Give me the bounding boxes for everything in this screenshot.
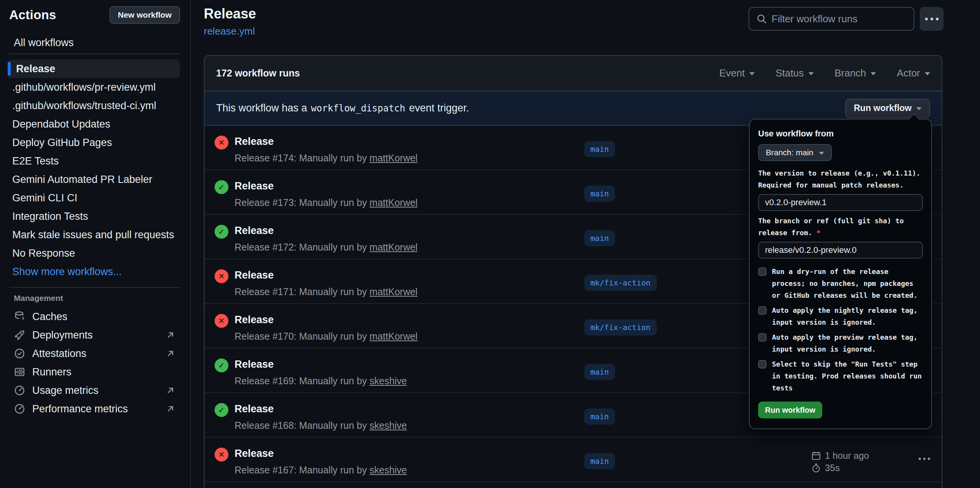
branch-label[interactable]: mk/fix-action (584, 319, 657, 335)
run-link[interactable]: Release (235, 448, 274, 460)
checkbox[interactable] (758, 333, 767, 342)
sidebar-item-workflow[interactable]: Gemini Automated PR Labeler (8, 170, 180, 189)
use-workflow-from-label: Use workflow from (758, 129, 923, 139)
actor-link[interactable]: skeshive (370, 420, 407, 431)
run-link[interactable]: Release (235, 359, 274, 370)
external-link-icon (165, 330, 175, 340)
external-link-icon (165, 349, 175, 359)
checkbox[interactable] (758, 360, 767, 368)
version-input[interactable] (758, 194, 923, 211)
kebab-dot (923, 458, 925, 460)
sidebar-item-workflow[interactable]: Dependabot Updates (8, 115, 180, 133)
management-item-label: Runners (32, 366, 71, 378)
actor-link[interactable]: skeshive (370, 465, 407, 475)
required-asterisk: * (816, 229, 821, 237)
kebab-dot (930, 18, 933, 20)
run-link[interactable]: Release (235, 269, 274, 281)
run-link[interactable]: Release (235, 403, 274, 415)
sidebar-item-attestations[interactable]: Attestations (9, 344, 180, 363)
branch-label[interactable]: main (584, 453, 615, 469)
run-description: Release #169: Manually run by skeshive (235, 375, 407, 387)
sidebar-item-performance-metrics[interactable]: Performance metrics (9, 400, 180, 418)
run-description: Release #174: Manually run by mattKorwel (235, 153, 418, 164)
actor-link[interactable]: mattKorwel (370, 197, 418, 208)
run-workflow-dropdown-button[interactable]: Run workflow (845, 99, 930, 118)
filter-label: Event (719, 67, 745, 79)
run-link[interactable]: Release (235, 314, 274, 326)
filter-event[interactable]: Event (719, 67, 755, 79)
chevron-down-icon (749, 72, 755, 75)
run-description: Release #170: Manually run by mattKorwel (235, 331, 418, 342)
sidebar-item-workflow[interactable]: .github/workflows/trusted-ci.yml (8, 96, 180, 115)
sidebar-item-usage-metrics[interactable]: Usage metrics (9, 381, 180, 400)
actor-link[interactable]: mattKorwel (370, 286, 418, 297)
kebab-dot (919, 458, 921, 460)
run-description-text: Release #174: Manually run by (235, 153, 370, 163)
workflow-item-label: .github/workflows/trusted-ci.yml (12, 100, 156, 112)
banner-code: workflow_dispatch (311, 103, 405, 114)
actor-link[interactable]: mattKorwel (370, 242, 418, 252)
runs-card-header: 172 workflow runs EventStatusBranchActor (205, 56, 942, 91)
run-link[interactable]: Release (235, 180, 274, 192)
sidebar-item-deployments[interactable]: Deployments (9, 326, 180, 344)
sidebar-item-workflow[interactable]: .github/workflows/pr-review.yml (8, 78, 180, 96)
filter-label: Actor (897, 67, 920, 79)
workflow-more-options-button[interactable] (920, 7, 944, 31)
actor-link[interactable]: mattKorwel (370, 331, 418, 342)
filter-actor[interactable]: Actor (897, 67, 930, 79)
sidebar-item-runners[interactable]: Runners (9, 363, 180, 381)
branch-label[interactable]: main (584, 364, 615, 380)
run-duration: 35s (811, 462, 869, 474)
checkbox[interactable] (758, 267, 767, 276)
sidebar-item-workflow[interactable]: Mark stale issues and pull requests (8, 226, 180, 244)
banner-text: This workflow has aworkflow_dispatcheven… (216, 102, 469, 114)
run-description: Release #173: Manually run by mattKorwel (235, 197, 418, 208)
run-time: 1 hour ago (811, 450, 869, 461)
check-circle-icon: ✓ (215, 403, 228, 417)
sidebar-divider (9, 53, 180, 54)
actor-link[interactable]: skeshive (370, 375, 407, 386)
sidebar-item-workflow[interactable]: Deploy GitHub Pages (8, 133, 180, 152)
branch-label[interactable]: main (584, 230, 615, 246)
run-workflow-dropdown-label: Run workflow (854, 103, 912, 113)
sidebar-item-workflow[interactable]: Release (8, 60, 180, 78)
show-more-workflows-link[interactable]: Show more workflows... (8, 262, 180, 281)
ref-input-description: The branch or ref (full git sha) to rele… (758, 215, 923, 239)
stopwatch-icon (811, 463, 821, 473)
sidebar-item-all-workflows[interactable]: All workflows (9, 34, 180, 51)
run-more-options-button[interactable] (919, 458, 930, 460)
filter-branch[interactable]: Branch (835, 67, 876, 79)
new-workflow-button[interactable]: New workflow (109, 6, 180, 24)
filter-label: Branch (835, 67, 866, 79)
runs-count: 172 workflow runs (216, 68, 300, 79)
calendar-icon (811, 451, 821, 461)
sidebar-item-workflow[interactable]: Gemini CLI CI (8, 189, 180, 207)
workflow-input-checkbox-row: Auto apply the nightly release tag, inpu… (758, 304, 923, 328)
workflow-item-label: No Response (12, 247, 75, 259)
filter-workflow-runs-input[interactable] (749, 8, 914, 30)
sidebar-item-caches[interactable]: Caches (9, 307, 180, 326)
filter-status[interactable]: Status (775, 67, 814, 79)
branch-label[interactable]: main (584, 408, 615, 425)
run-description-text: Release #169: Manually run by (235, 375, 370, 386)
run-description-text: Release #171: Manually run by (235, 286, 370, 297)
management-item-label: Deployments (32, 329, 93, 341)
sidebar-item-workflow[interactable]: Integration Tests (8, 207, 180, 226)
sidebar-item-workflow[interactable]: No Response (8, 244, 180, 262)
branch-label[interactable]: main (584, 186, 615, 202)
ref-input[interactable] (758, 242, 923, 259)
actor-link[interactable]: mattKorwel (370, 153, 418, 163)
chevron-down-icon (808, 72, 814, 75)
run-workflow-submit-button[interactable]: Run workflow (758, 402, 822, 418)
sidebar-item-workflow[interactable]: E2E Tests (8, 152, 180, 170)
branch-label[interactable]: mk/fix-action (584, 275, 657, 291)
run-link[interactable]: Release (235, 225, 274, 237)
branch-selector-button[interactable]: Branch: main (758, 144, 832, 161)
run-link[interactable]: Release (235, 136, 274, 148)
branch-label[interactable]: main (584, 141, 615, 157)
checkbox[interactable] (758, 306, 767, 315)
workflow-file-link[interactable]: release.yml (204, 25, 255, 37)
chevron-down-icon (916, 107, 922, 110)
management-list: CachesDeploymentsAttestationsRunnersUsag… (9, 307, 180, 418)
workflow-item-label: Mark stale issues and pull requests (12, 229, 174, 241)
